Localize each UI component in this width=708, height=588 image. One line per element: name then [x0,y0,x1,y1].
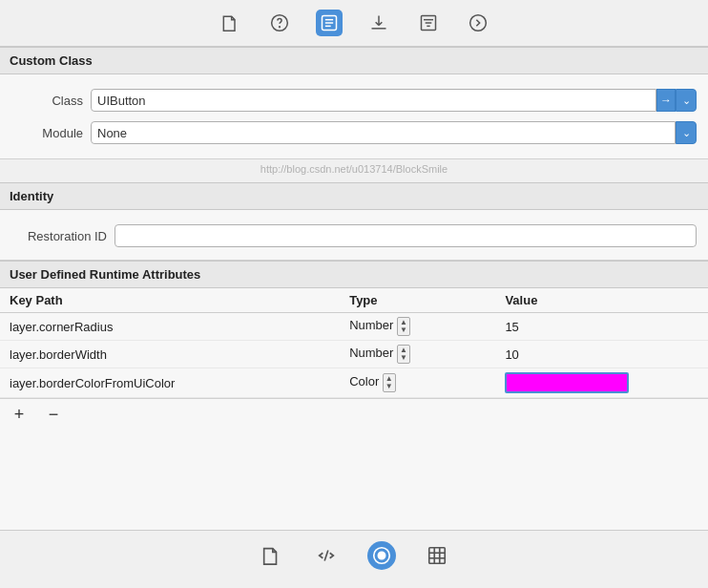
attributes-section: User Defined Runtime Attributes Key Path… [0,261,708,530]
col-header-keypath: Key Path [0,288,340,313]
add-remove-row: + − [0,398,708,430]
top-toolbar [0,0,708,47]
custom-class-header: Custom Class [0,47,708,74]
module-dropdown-button[interactable]: ⌄ [676,121,697,144]
keypath-cell: layer.borderWidth [0,341,340,368]
main-content: Custom Class Class → ⌄ Module ⌄ http://b… [0,47,708,530]
class-arrow-button[interactable]: → [656,89,676,112]
identity-section: Identity Restoration ID [0,182,708,261]
svg-point-10 [470,15,487,32]
type-cell: Number ▲▼ [340,313,495,341]
identity-header: Identity [0,182,708,210]
table-row: layer.cornerRadius Number ▲▼ 15 [0,313,708,341]
restoration-id-input[interactable] [115,224,697,247]
svg-line-11 [324,550,328,560]
grid-bottom-icon[interactable] [423,541,451,570]
table-row: iayer.borderColorFromUiColor Color ▲▼ [0,368,708,398]
file-icon[interactable] [217,10,243,36]
svg-point-13 [378,552,385,558]
module-label: Module [11,126,83,140]
keypath-cell: iayer.borderColorFromUiColor [0,368,340,398]
question-icon[interactable] [266,10,293,36]
identity-form: Restoration ID [0,210,708,261]
remove-button[interactable]: − [44,405,63,424]
value-cell: 10 [495,341,708,368]
col-header-type: Type [340,288,495,313]
value-cell[interactable] [495,368,708,398]
download-icon[interactable] [365,10,392,36]
table-row: layer.borderWidth Number ▲▼ 10 [0,341,708,368]
attributes-table: Key Path Type Value layer.cornerRadius N… [0,288,708,398]
module-input-wrapper: ⌄ [91,121,697,144]
restoration-id-row: Restoration ID [0,220,708,252]
circle-bottom-icon[interactable] [367,541,396,570]
class-dropdown-button[interactable]: ⌄ [676,89,697,112]
stepper-icon[interactable]: ▲▼ [383,373,396,392]
custom-class-section: Custom Class Class → ⌄ Module ⌄ [0,47,708,159]
module-row: Module ⌄ [0,116,708,149]
svg-point-1 [280,27,281,28]
attributes-table-header: Key Path Type Value [0,288,708,313]
class-input[interactable] [91,89,656,112]
add-button[interactable]: + [10,405,29,424]
type-cell: Color ▲▼ [340,368,495,398]
svg-rect-14 [429,547,446,563]
type-cell: Number ▲▼ [340,341,495,368]
custom-class-form: Class → ⌄ Module ⌄ [0,74,708,159]
arrow-right-circle-icon[interactable] [465,10,491,36]
value-cell: 15 [495,313,708,341]
file-bottom-icon[interactable] [257,541,285,570]
color-swatch[interactable] [505,372,629,393]
attributes-header: User Defined Runtime Attributes [0,261,708,288]
class-input-wrapper: → ⌄ [91,89,697,112]
col-header-value: Value [495,288,708,313]
keypath-cell: layer.cornerRadius [0,313,340,341]
module-input[interactable] [91,121,676,144]
bottom-toolbar [0,530,708,579]
list-icon[interactable] [316,10,343,36]
identity-title: Identity [10,189,53,203]
stepper-icon[interactable]: ▲▼ [397,317,410,336]
class-label: Class [11,94,83,108]
stepper-icon[interactable]: ▲▼ [397,345,410,364]
attributes-title: User Defined Runtime Attributes [10,267,200,282]
code-bottom-icon[interactable] [312,541,341,570]
filter-icon[interactable] [415,10,442,36]
watermark-text: http://blog.csdn.net/u013714/BlockSmile [0,159,708,182]
custom-class-title: Custom Class [10,53,93,68]
class-row: Class → ⌄ [0,84,708,116]
restoration-id-label: Restoration ID [11,229,107,243]
